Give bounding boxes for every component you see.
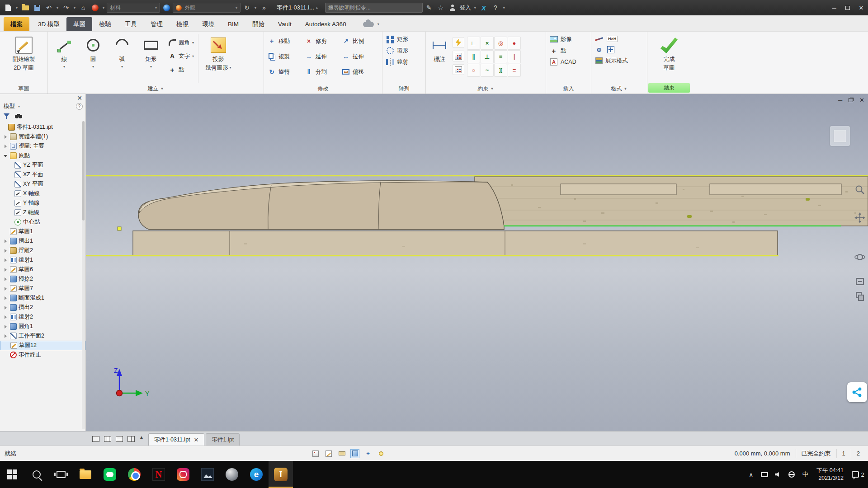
project-caret-icon[interactable]: ▾ [230, 66, 231, 70]
rotate-button[interactable]: ↻旋轉 [266, 68, 303, 76]
orbit-tool-icon[interactable] [854, 251, 866, 263]
degrees-of-freedom-icon[interactable]: + [363, 449, 373, 458]
new-file-caret-icon[interactable]: ▾ [14, 6, 19, 10]
browser-filter-icon[interactable] [4, 113, 9, 119]
project-geometry-button[interactable]: 投影 幾何圖形▾ [201, 33, 236, 71]
expander-icon[interactable] [4, 154, 8, 158]
netflix-button[interactable]: N [146, 461, 171, 488]
tree-item-fillet1[interactable]: 圓角1 [0, 322, 85, 331]
tab-manage[interactable]: 管理 [144, 17, 170, 31]
symmetric-constraint-button[interactable]: ][ [494, 64, 507, 77]
wall-panel-2[interactable] [710, 184, 841, 195]
instagram-button[interactable] [171, 461, 195, 488]
doc-minimize-button[interactable]: ─ [838, 97, 842, 103]
minimize-button[interactable]: ─ [827, 0, 841, 15]
browser-title-caret-icon[interactable]: ▾ [17, 104, 21, 108]
insert-image-button[interactable]: 影像 [548, 35, 576, 43]
tab-a360[interactable]: Autodesk A360 [298, 17, 353, 31]
title-arrow-icon[interactable]: ▸ [315, 6, 320, 10]
tab-environments[interactable]: 環境 [195, 17, 221, 31]
tree-item-loft1[interactable]: 斷面混成1 [0, 293, 85, 303]
trim-button[interactable]: ×修剪 [303, 37, 340, 45]
doc-close-button[interactable]: ✕ [859, 97, 864, 103]
expander-icon[interactable] [4, 334, 8, 338]
arc-caret-icon[interactable]: ▾ [121, 65, 123, 69]
tree-item-sweep2[interactable]: 掃掠2 [0, 274, 85, 284]
close-button[interactable]: ✕ [854, 0, 868, 15]
copy-button[interactable]: 複製 [266, 52, 303, 61]
rectangular-pattern-button[interactable]: 矩形 [384, 35, 408, 43]
edge-button[interactable]: e [244, 461, 269, 488]
tile-split-icon[interactable] [127, 436, 135, 442]
insert-point-button[interactable]: +點 [548, 47, 576, 55]
tree-item-sketch1[interactable]: 草圖1 [0, 227, 85, 236]
help-icon[interactable]: ? [490, 2, 501, 13]
construction-icon[interactable] [607, 46, 615, 54]
material-select[interactable]: 材料 ▾ [107, 3, 160, 13]
tree-item-part-root[interactable]: 零件1-0311.ipt [0, 122, 85, 132]
tangent-constraint-button[interactable]: ○ [467, 64, 480, 77]
tree-item-center-point[interactable]: 中心點 [0, 217, 85, 227]
tree-item-view-rep[interactable]: 視圖: 主要 [0, 141, 85, 151]
group-label-create[interactable]: 建立▼ [48, 84, 264, 94]
expander-icon[interactable] [4, 324, 8, 329]
x-logo-icon[interactable]: X [478, 2, 489, 13]
tree-item-z-axis[interactable]: Z 軸線 [0, 208, 85, 217]
adjust-icon[interactable]: ↻ [241, 2, 252, 13]
tree-item-y-axis[interactable]: Y 軸線 [0, 198, 85, 208]
browser-help-icon[interactable]: ? [76, 103, 83, 110]
task-view-button[interactable] [49, 461, 73, 488]
sketch-edit-icon[interactable] [324, 449, 333, 458]
pan-tool-icon[interactable] [854, 212, 865, 223]
textured-wall-band[interactable] [475, 177, 868, 226]
tree-item-extrude2[interactable]: 擠出2 [0, 303, 85, 312]
constraint-visibility-icon[interactable] [377, 449, 386, 458]
measure-icon[interactable] [337, 449, 346, 458]
tab-tools[interactable]: 工具 [118, 17, 144, 31]
render-icon[interactable] [90, 2, 100, 13]
extend-button[interactable]: →延伸 [303, 52, 340, 61]
wall-panel-1[interactable] [561, 184, 676, 195]
line-caret-icon[interactable]: ▾ [63, 65, 65, 69]
circle-caret-icon[interactable]: ▾ [92, 65, 94, 69]
tree-item-sketch7[interactable]: 草圖7 [0, 284, 85, 293]
rectangle-caret-icon[interactable]: ▾ [150, 65, 152, 69]
start-2d-sketch-button[interactable]: 開始繪製 2D 草圖 [3, 33, 45, 71]
save-icon[interactable] [32, 2, 42, 13]
adjust-caret-icon[interactable]: ▾ [253, 6, 258, 10]
circle-button[interactable]: 圓 ▾ [79, 33, 108, 69]
tab-3d-model[interactable]: 3D 模型 [31, 17, 66, 31]
action-center-button[interactable]: 2 [848, 461, 868, 488]
network-tray-icon[interactable] [785, 461, 798, 488]
start-button[interactable] [0, 461, 24, 488]
move-button[interactable]: +移動 [266, 37, 303, 45]
smooth-constraint-button[interactable]: ~ [481, 64, 494, 77]
rectangle-button[interactable]: 矩形 ▾ [137, 33, 165, 69]
import-acad-button[interactable]: AACAD [548, 58, 576, 66]
group-label-constrain[interactable]: 約束▼ [426, 84, 546, 94]
look-at-tool-icon[interactable] [854, 277, 865, 287]
tree-item-extrude1[interactable]: 擠出1 [0, 236, 85, 246]
tree-item-origin[interactable]: 原點 [0, 151, 85, 160]
chrome-button[interactable] [122, 461, 146, 488]
expander-icon[interactable] [4, 135, 8, 139]
browser-close-icon[interactable]: ✕ [76, 94, 83, 102]
tile-vertical-icon[interactable] [104, 436, 111, 442]
tree-item-x-axis[interactable]: X 軸線 [0, 189, 85, 198]
tree-item-solid-bodies[interactable]: 實體本體(1) [0, 132, 85, 141]
grid-snap-icon[interactable] [311, 449, 320, 458]
model-canvas[interactable]: Z Y [86, 94, 868, 431]
redo-icon[interactable]: ↷ [61, 2, 71, 13]
text-button[interactable]: A 文字 ▾ [166, 51, 196, 61]
new-file-icon[interactable] [3, 2, 14, 13]
display-tray-icon[interactable] [758, 461, 771, 488]
tree-item-mirror1[interactable]: 鏡射1 [0, 255, 85, 265]
point-button[interactable]: + 點 [166, 64, 196, 75]
tree-item-sketch12-selected[interactable]: 草圖12 [0, 341, 85, 350]
tab-inspect[interactable]: 檢驗 [92, 17, 118, 31]
collinear-constraint-button[interactable]: × [481, 37, 494, 50]
undo-caret-icon[interactable]: ▾ [55, 6, 60, 10]
doc-tab-inactive[interactable]: 零件1.ipt [206, 433, 240, 446]
search-input[interactable] [326, 5, 422, 11]
browser-scrollbar[interactable] [82, 121, 85, 429]
